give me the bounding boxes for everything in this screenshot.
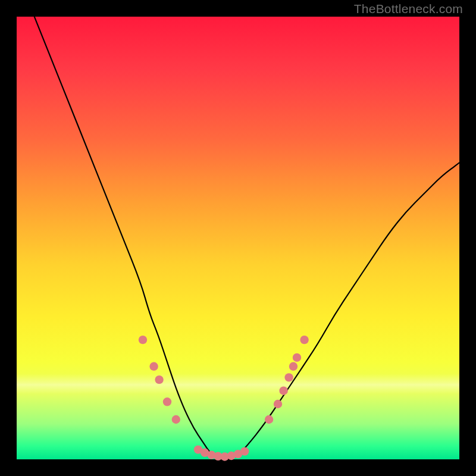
marker-point bbox=[279, 387, 287, 395]
marker-point bbox=[293, 353, 301, 362]
marker-point bbox=[284, 373, 293, 381]
marker-point bbox=[139, 336, 147, 344]
marker-point bbox=[289, 362, 298, 371]
chart-frame: TheBottleneck.com bbox=[0, 0, 476, 476]
plot-area bbox=[17, 17, 459, 459]
marker-point bbox=[240, 447, 249, 455]
marker-group bbox=[139, 336, 309, 461]
marker-point bbox=[149, 362, 158, 371]
marker-point bbox=[201, 449, 209, 457]
marker-point bbox=[265, 415, 273, 424]
marker-point bbox=[207, 450, 215, 459]
marker-point bbox=[274, 400, 282, 408]
marker-point bbox=[163, 397, 171, 406]
curve-layer bbox=[17, 17, 459, 459]
marker-point bbox=[227, 452, 236, 460]
marker-point bbox=[234, 450, 242, 458]
pale-band bbox=[17, 374, 459, 394]
watermark-text: TheBottleneck.com bbox=[354, 2, 463, 16]
marker-point bbox=[214, 452, 222, 461]
marker-point bbox=[155, 375, 163, 384]
marker-point bbox=[221, 452, 229, 461]
marker-point bbox=[300, 336, 308, 344]
marker-point bbox=[172, 415, 180, 424]
marker-point bbox=[194, 445, 202, 453]
bottleneck-curve bbox=[17, 0, 459, 459]
